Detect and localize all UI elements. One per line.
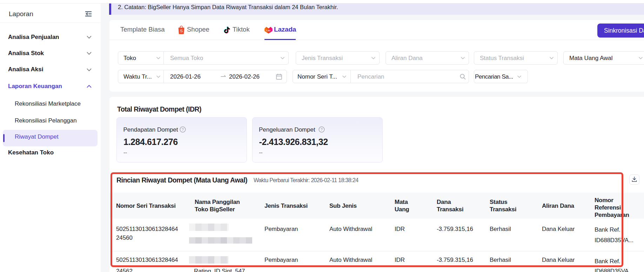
svg-text:?: ? bbox=[321, 127, 323, 132]
svg-text:?: ? bbox=[182, 127, 184, 132]
svg-text:Laz: Laz bbox=[266, 29, 270, 32]
svg-text:S: S bbox=[180, 29, 183, 33]
